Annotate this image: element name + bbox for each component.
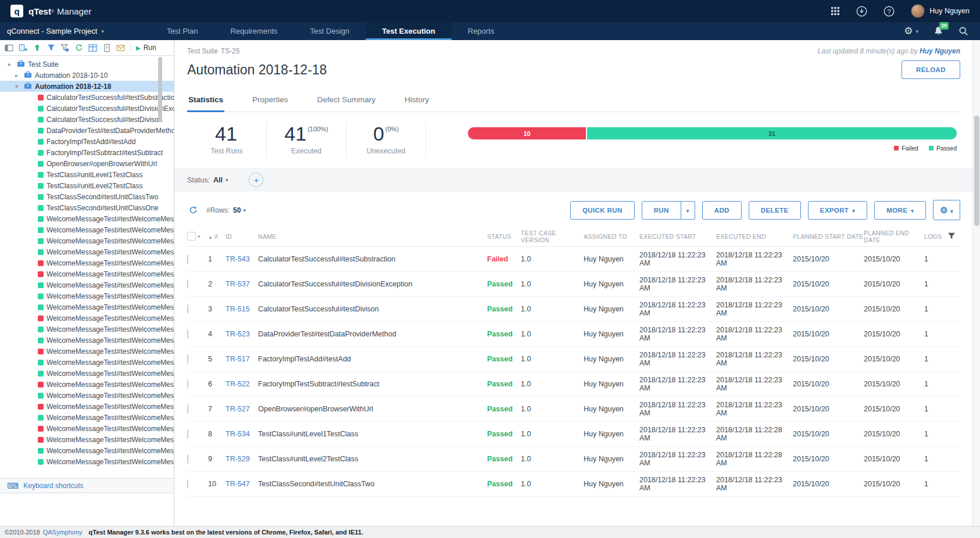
test-run-id-link[interactable]: TR-537 [226, 280, 258, 288]
tree-item[interactable]: WelcomeMessageTest#testWelcomeMessag [0, 390, 174, 401]
tree-item[interactable]: FactoryImplTestSubtract#testSubtract [0, 147, 174, 158]
quick-run-button[interactable]: QUICK RUN [570, 201, 635, 220]
tree-scrollbar[interactable] [158, 56, 162, 478]
test-run-id-link[interactable]: TR-543 [226, 255, 258, 263]
delete-button[interactable]: DELETE [749, 201, 801, 220]
table-row[interactable]: 6 TR-522 FactoryImplTestSubtract#testSub… [187, 372, 960, 397]
apps-grid-icon[interactable] [831, 6, 840, 16]
table-row[interactable]: 8 TR-534 TestClass#unitLevel1TestClass P… [187, 422, 960, 447]
footer-company-link[interactable]: QASymphony [43, 529, 83, 536]
table-row[interactable]: 1 TR-543 CalculatorTestSuccessful#testSu… [187, 247, 960, 272]
test-run-id-link[interactable]: TR-522 [226, 380, 258, 388]
nav-tab-test-plan[interactable]: Test Plan [151, 22, 214, 40]
tree-item[interactable]: WelcomeMessageTest#testWelcomeMessag [0, 257, 174, 268]
test-run-id-link[interactable]: TR-527 [226, 405, 258, 413]
table-row[interactable]: 10 TR-547 TestClassSecond#testUnitClassT… [187, 472, 960, 497]
tree-item[interactable]: TestClassSecond#testUnitClassTwo [0, 191, 174, 202]
tree-item[interactable]: WelcomeMessageTest#testWelcomeMessag [0, 368, 174, 379]
tree-item[interactable]: WelcomeMessageTest#testWelcomeMessag [0, 412, 174, 423]
run-tree-button[interactable]: ▶ Run [130, 43, 162, 52]
tree-item[interactable]: DataProviderTest#testDataProviderMethod [0, 125, 174, 136]
tree-item[interactable]: WelcomeMessageTest#testWelcomeMessag [0, 313, 174, 324]
filter-icon[interactable] [45, 42, 57, 54]
tree-item[interactable]: WelcomeMessageTest#testWelcomeMessag [0, 445, 174, 456]
col-test-case-version[interactable]: TEST CASE VERSION [521, 229, 584, 243]
tab-statistics[interactable]: Statistics [187, 89, 224, 112]
tree-scrollbar-thumb[interactable] [158, 57, 162, 122]
tree-expander-icon[interactable]: ▾ [15, 83, 21, 89]
tree-item[interactable]: WelcomeMessageTest#testWelcomeMessag [0, 401, 174, 412]
mail-icon[interactable] [115, 42, 127, 54]
notifications-button[interactable]: 20 [933, 26, 943, 36]
col-executed-start[interactable]: EXECUTED START [639, 233, 716, 240]
test-run-id-link[interactable]: TR-534 [226, 430, 258, 438]
tree-item[interactable]: WelcomeMessageTest#testWelcomeMessag [0, 235, 174, 246]
column-config-icon[interactable] [947, 232, 960, 241]
tree-item[interactable]: FactoryImplTestAdd#testAdd [0, 136, 174, 147]
row-checkbox[interactable] [187, 254, 188, 264]
tree-expander-icon[interactable]: ▸ [8, 61, 14, 67]
run-dropdown-button[interactable]: ▾ [681, 201, 695, 220]
tree-item[interactable]: ▾ Automation 2018-12-18 [0, 81, 174, 92]
project-selector[interactable]: qConnect - Sample Project ▾ [0, 22, 112, 40]
report-document-icon[interactable] [101, 42, 113, 54]
tree-item[interactable]: WelcomeMessageTest#testWelcomeMessag [0, 335, 174, 346]
add-button[interactable]: ADD [702, 201, 742, 220]
col-planned-start[interactable]: PLANNED START DATE [793, 233, 864, 240]
tab-defect-summary[interactable]: Defect Summary [316, 89, 377, 112]
download-icon[interactable] [856, 6, 867, 17]
test-run-id-link[interactable]: TR-515 [226, 305, 258, 313]
table-row[interactable]: 7 TR-527 OpenBrowser#openBrowserWithUrl … [187, 397, 960, 422]
data-grid-icon[interactable] [87, 42, 99, 54]
col-name[interactable]: NAME [258, 233, 487, 240]
tree-item[interactable]: OpenBrowser#openBrowserWithUrl [0, 158, 174, 169]
refresh-tree-icon[interactable] [73, 42, 85, 54]
row-checkbox[interactable] [187, 479, 188, 489]
row-checkbox[interactable] [187, 279, 188, 289]
tree-item[interactable]: WelcomeMessageTest#testWelcomeMessag [0, 302, 174, 313]
tree-item[interactable]: ▸ Test Suite [0, 59, 174, 70]
table-row[interactable]: 2 TR-537 CalculatorTestSuccessful#testDi… [187, 272, 960, 297]
table-row[interactable]: 4 TR-523 DataProviderTest#testDataProvid… [187, 322, 960, 347]
reload-button[interactable]: RELOAD [902, 60, 960, 79]
col-num[interactable]: ▲# [208, 233, 226, 240]
filter-settings-icon[interactable] [59, 42, 71, 54]
test-run-id-link[interactable]: TR-517 [226, 355, 258, 363]
export-button[interactable]: EXPORT▾ [808, 201, 868, 220]
col-executed-end[interactable]: EXECUTED END [716, 233, 793, 240]
table-row[interactable]: 9 TR-529 TestClass#unitLevel2TestClass P… [187, 447, 960, 472]
tree-item[interactable]: WelcomeMessageTest#testWelcomeMessag [0, 246, 174, 257]
tree-item[interactable]: ▸ Automation 2018-10-10 [0, 70, 174, 81]
rows-per-page-value[interactable]: 50 [233, 206, 241, 214]
tab-properties[interactable]: Properties [251, 89, 289, 112]
row-checkbox[interactable] [187, 429, 188, 439]
tree-item[interactable]: WelcomeMessageTest#testWelcomeMessag [0, 346, 174, 357]
refresh-grid-icon[interactable] [187, 204, 199, 216]
tree-item[interactable]: WelcomeMessageTest#testWelcomeMessag [0, 279, 174, 290]
tree-item[interactable]: TestClassSecond#testUnitClassOne [0, 202, 174, 213]
search-button[interactable] [958, 26, 968, 36]
nav-tab-requirements[interactable]: Requirements [214, 22, 294, 40]
test-run-id-link[interactable]: TR-523 [226, 330, 258, 338]
tree-item[interactable]: WelcomeMessageTest#testWelcomeMessag [0, 290, 174, 302]
grid-settings-button[interactable]: ⚙▾ [933, 200, 960, 220]
tree-item[interactable]: CalculatorTestSuccessful#testDivison [0, 114, 174, 125]
add-filter-button[interactable]: + [249, 173, 263, 187]
add-test-suite-icon[interactable] [17, 42, 29, 54]
nav-tab-test-execution[interactable]: Test Execution [366, 22, 452, 40]
tree-item[interactable]: WelcomeMessageTest#testWelcomeMessag [0, 434, 174, 445]
nav-tab-test-design[interactable]: Test Design [294, 22, 366, 40]
tab-history[interactable]: History [403, 89, 430, 112]
run-button[interactable]: RUN [642, 201, 681, 220]
row-checkbox[interactable] [187, 329, 188, 339]
tree-item[interactable]: CalculatorTestSuccessful#testDivisionExc… [0, 103, 174, 114]
row-checkbox[interactable] [187, 404, 188, 414]
row-checkbox[interactable] [187, 354, 188, 364]
row-checkbox[interactable] [187, 454, 188, 464]
tree-item[interactable]: WelcomeMessageTest#testWelcomeMessag [0, 379, 174, 390]
status-filter-value[interactable]: All [213, 176, 223, 184]
tree-item[interactable]: WelcomeMessageTest#testWelcomeMessag [0, 456, 174, 467]
keyboard-shortcuts-link[interactable]: ⌨ Keyboard shortcuts [0, 478, 174, 493]
select-all-checkbox[interactable] [187, 232, 196, 241]
user-menu[interactable]: Huy Nguyen [911, 4, 970, 18]
